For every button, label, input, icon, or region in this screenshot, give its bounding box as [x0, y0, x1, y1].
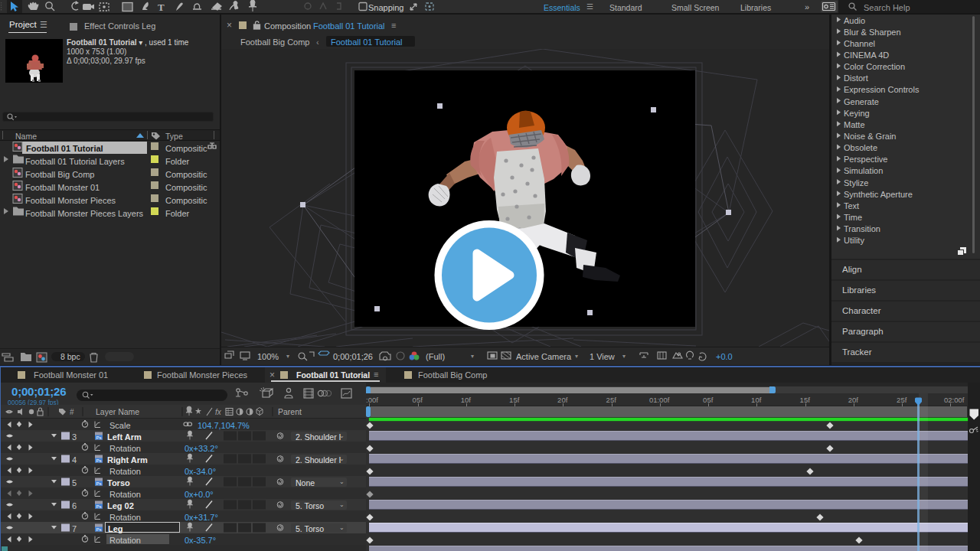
svg-text:fx: fx	[215, 408, 222, 416]
svg-text:T: T	[158, 2, 165, 13]
svg-text:#: #	[70, 408, 74, 416]
